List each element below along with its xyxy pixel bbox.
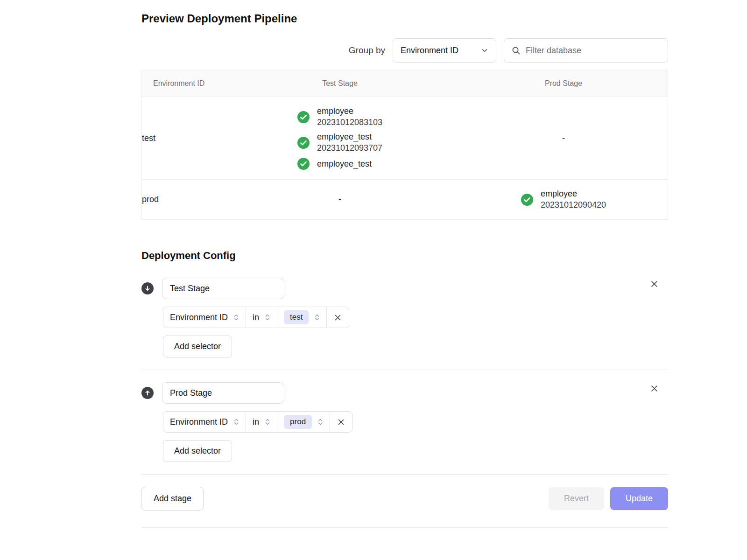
stage-divider [141, 474, 668, 475]
stage-config-prod: Environment ID in prod Add selector [141, 382, 668, 462]
selector-row: Environment ID in test [163, 307, 668, 328]
selector-operator-select[interactable]: in [246, 412, 277, 432]
deployment-version: 20231012083103 [317, 118, 382, 127]
selector-operator-value: in [253, 417, 259, 427]
deployment-version: 20231012090420 [541, 200, 606, 210]
deployment-version: 20231012093707 [317, 143, 382, 153]
up-down-stepper-icon [233, 418, 239, 426]
deployment-name: employee [317, 106, 382, 116]
remove-stage-button[interactable] [648, 382, 661, 395]
deployment-name: employee_test [317, 159, 372, 169]
close-icon [334, 314, 342, 322]
test-stage-cell: - [221, 185, 458, 214]
deployment-item: employee_test [297, 158, 382, 170]
selector-row: Environment ID in prod [163, 411, 668, 433]
update-button[interactable]: Update [610, 487, 668, 510]
table-row: prod - employee 20231012090420 [142, 180, 668, 219]
prod-stage-cell: - [458, 124, 669, 153]
arrow-up-circle-icon [141, 387, 154, 399]
up-down-stepper-icon [317, 418, 323, 426]
stage-config-test: Environment ID in test Add selector [141, 278, 668, 357]
deployment-item: employee 20231012090420 [521, 189, 606, 210]
selector-value-chip: prod [284, 415, 312, 429]
empty-stage-dash: - [338, 195, 341, 204]
group-by-label: Group by [349, 45, 385, 56]
close-icon [337, 418, 345, 426]
bottom-divider [141, 527, 668, 528]
up-down-stepper-icon [265, 418, 270, 426]
stage-name-input[interactable] [162, 278, 284, 299]
selector-operator-value: in [253, 313, 259, 322]
deployment-name: employee [541, 189, 606, 199]
config-actions: Add stage Revert Update [141, 487, 668, 511]
pipeline-table-header: Environment ID Test Stage Prod Stage [142, 70, 668, 97]
stage-name-input[interactable] [162, 382, 284, 404]
page-title: Preview Deployment Pipeline [141, 12, 668, 25]
test-stage-cell: employee 20231012083103 employee_test 20… [221, 97, 458, 179]
environment-id-cell: test [142, 124, 221, 153]
check-circle-icon [297, 111, 310, 123]
check-circle-icon [297, 158, 310, 170]
empty-stage-dash: - [562, 133, 565, 143]
add-stage-button[interactable]: Add stage [141, 487, 204, 511]
arrow-down-circle-icon [141, 282, 154, 294]
check-circle-icon [521, 194, 533, 206]
filter-database-box [504, 38, 668, 63]
filter-database-input[interactable] [526, 46, 660, 56]
chevron-down-icon [481, 47, 488, 54]
up-down-stepper-icon [314, 313, 320, 322]
check-circle-icon [297, 137, 310, 149]
pipeline-toolbar: Group by Environment ID [141, 38, 668, 63]
revert-button[interactable]: Revert [549, 487, 604, 510]
selector-value-select[interactable]: prod [277, 412, 330, 432]
table-row: test employee 20231012083103 employee_te… [142, 97, 668, 180]
up-down-stepper-icon [233, 313, 239, 322]
remove-stage-button[interactable] [648, 278, 661, 290]
column-header-test-stage: Test Stage [221, 70, 458, 97]
remove-selector-button[interactable] [330, 412, 352, 432]
group-by-selected-value: Environment ID [401, 46, 458, 56]
deployment-name: employee_test [317, 132, 382, 142]
selector-key-value: Environment ID [170, 313, 228, 322]
main-content: Preview Deployment Pipeline Group by Env… [141, 0, 668, 528]
add-selector-button[interactable]: Add selector [163, 336, 232, 357]
remove-selector-button[interactable] [327, 307, 349, 328]
pipeline-table: Environment ID Test Stage Prod Stage tes… [141, 70, 668, 220]
selector-value-chip: test [284, 310, 309, 324]
prod-stage-cell: employee 20231012090420 [458, 180, 669, 219]
deployment-config-title: Deployment Config [141, 250, 668, 262]
deployment-item: employee 20231012083103 [297, 106, 382, 127]
selector-value-select[interactable]: test [277, 307, 327, 328]
up-down-stepper-icon [265, 313, 270, 322]
add-selector-button[interactable]: Add selector [163, 440, 232, 462]
column-header-environment-id: Environment ID [142, 70, 221, 97]
environment-id-cell: prod [142, 185, 221, 214]
selector-key-value: Environment ID [170, 417, 228, 427]
group-by-dropdown[interactable]: Environment ID [393, 38, 496, 63]
column-header-prod-stage: Prod Stage [458, 70, 669, 97]
selector-key-select[interactable]: Environment ID [163, 412, 246, 432]
selector-operator-select[interactable]: in [246, 307, 277, 328]
search-icon [512, 46, 521, 55]
selector-key-select[interactable]: Environment ID [163, 307, 246, 328]
stage-divider [141, 370, 668, 370]
deployment-item: employee_test 20231012093707 [297, 132, 382, 153]
